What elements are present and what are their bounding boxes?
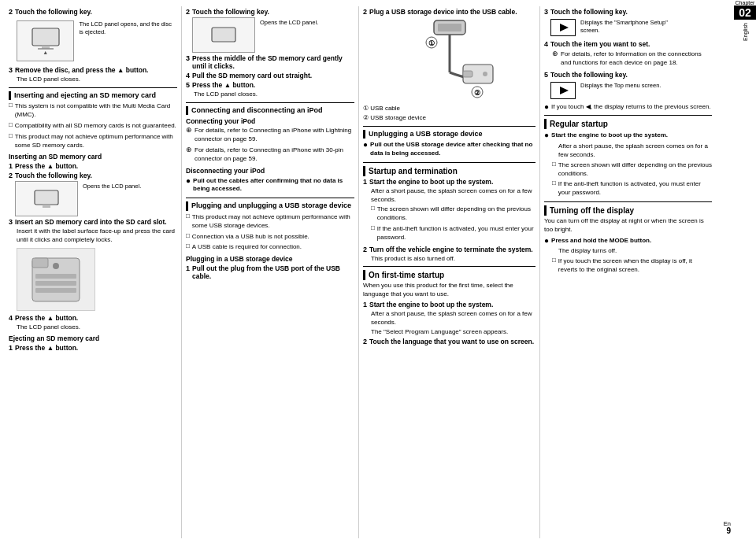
column-3: 2 Plug a USB storage device into the USB…	[359, 6, 540, 538]
col3-step-2: 2 Plug a USB storage device into the USB…	[363, 8, 536, 16]
regular-detail-1: After a short pause, the splash screen c…	[558, 142, 712, 160]
svg-rect-0	[32, 28, 59, 46]
step4-detail: ⊕ For details, refer to Information on t…	[552, 50, 712, 68]
disconn-bullet: ● Pull out the cables after confirming t…	[186, 176, 354, 195]
divider-1	[9, 87, 177, 88]
svg-rect-3	[35, 190, 58, 205]
plugging-in-title: Plugging in a USB storage device	[186, 255, 354, 263]
compat-note: □ Compatibility with all SD memory cards…	[9, 121, 177, 131]
divider-4	[363, 126, 536, 127]
step-3-num: 3	[9, 66, 13, 74]
page-language: En	[724, 520, 731, 527]
chapter-label: Chapter	[736, 0, 755, 6]
col4-step-5: 5 Touch the following key.	[544, 71, 712, 79]
lcd-close-1: The LCD panel closes.	[17, 76, 177, 84]
divider-3	[186, 198, 354, 198]
start-step-1: 1 Start the engine to boot up the system…	[363, 178, 536, 186]
first-detail-2: The "Select Program Language" screen app…	[371, 328, 536, 337]
turnoff-detail-2: The display turns off.	[558, 247, 712, 256]
arrow-button-2[interactable]	[550, 82, 576, 99]
regular-startup-title: Regular startup	[544, 119, 712, 129]
chapter-number: 02	[734, 6, 756, 20]
eject-step-1: 1 Press the ▲ button.	[9, 344, 177, 352]
turnoff-bullet: ● Press and hold the MODE button.	[544, 236, 712, 246]
first-step-2: 2 Touch the language that you want to us…	[363, 338, 536, 345]
step-3-text: Remove the disc, and press the ▲ button.	[15, 66, 148, 74]
page-number: 9	[726, 526, 731, 535]
svg-rect-6	[32, 258, 48, 268]
section-ipod: Connecting and disconnecting an iPod	[186, 106, 354, 116]
start-detail-2: This product is also turned off.	[371, 255, 536, 264]
svg-rect-4	[43, 205, 50, 208]
usb-label-1: ① USB cable	[363, 105, 536, 113]
divider-6	[363, 266, 536, 267]
language-label: English	[743, 23, 748, 41]
plug-note-3: □ A USB cable is required for connection…	[186, 242, 354, 253]
column-1: 2 Touch the following key. ▲ The LCD pan…	[5, 6, 182, 538]
first-startup-detail: When you use this product for the first …	[363, 282, 536, 299]
insert-sd-title: Inserting an SD memory card	[9, 153, 177, 161]
eject-sd-title: Ejecting an SD memory card	[9, 334, 177, 342]
svg-marker-23	[560, 87, 569, 94]
svg-text:①: ①	[428, 39, 435, 47]
svg-marker-22	[560, 24, 569, 31]
step-2-text: Touch the following key.	[15, 8, 92, 16]
insert-step-1: 1 Press the ▲ button.	[9, 162, 177, 170]
first-detail-1: After a short pause, the splash screen c…	[371, 310, 536, 327]
step-3-heading: 3 Remove the disc, and press the ▲ butto…	[9, 66, 177, 74]
col2-lcd-close: The LCD panel closes.	[194, 90, 354, 99]
sdcard-illustration	[17, 248, 95, 311]
section-plug-unplug: Plugging and unplugging a USB storage de…	[186, 201, 354, 211]
connecting-ipod-title: Connecting your iPod	[186, 117, 354, 125]
regular-note-1: □ The screen shown will differ depending…	[552, 161, 712, 179]
divider-2	[186, 102, 354, 103]
start-step-2: 2 Turn off the vehicle engine to termina…	[363, 246, 536, 253]
disconnecting-ipod-title: Disconnecting your iPod	[186, 167, 354, 175]
svg-rect-8	[35, 281, 76, 286]
step-2-heading: 2 Touch the following key.	[9, 8, 177, 16]
svg-text:②: ②	[474, 89, 480, 97]
arrow-button-1[interactable]	[550, 19, 576, 36]
svg-rect-9	[35, 288, 76, 293]
divider-5	[363, 162, 536, 163]
col2-step-3: 3 Press the middle of the SD memory card…	[186, 54, 354, 70]
section-insert-eject: Inserting and ejecting an SD memory card	[9, 91, 177, 101]
top-caption: Displays the Top menu screen.	[580, 82, 661, 90]
plug-step-1: 1 Pull out the plug from the USB port of…	[186, 264, 354, 280]
lcd-panel-icon-3	[192, 17, 255, 53]
chapter-badge: Chapter 02 English	[734, 0, 756, 41]
insert-step-4: 4 Press the ▲ button.	[9, 314, 177, 322]
unplug-bullet: ● Pull out the USB storage device after …	[363, 140, 536, 159]
conn-detail-2: ⊕ For details, refer to Connecting an iP…	[186, 146, 354, 164]
divider-7	[544, 115, 712, 116]
conn-detail-1: ⊕ For details, refer to Connecting an iP…	[186, 126, 354, 145]
lcd-caption-3: Opens the LCD panel.	[260, 19, 318, 27]
turnoff-note: □ If you touch the screen when the displ…	[552, 257, 712, 275]
svg-rect-7	[35, 274, 76, 279]
col2-step-2: 2 Touch the following key.	[186, 8, 354, 16]
lcd-caption-2: Opens the LCD panel.	[83, 183, 141, 190]
col2-step-4: 4 Pull the SD memory card out straight.	[186, 72, 354, 79]
col2-step-5: 5 Press the ▲ button.	[186, 81, 354, 89]
svg-rect-11	[212, 28, 235, 42]
startup-title: Startup and termination	[363, 166, 536, 176]
insert-step-2: 2 Touch the following key.	[9, 172, 177, 179]
smartphone-caption: Displays the "Smartphone Setup" screen.	[580, 19, 683, 35]
divider-8	[544, 201, 712, 202]
first-startup-title: On first-time startup	[363, 270, 536, 280]
turnoff-detail: You can turn off the display at night or…	[544, 217, 712, 235]
unplug-title: Unplugging a USB storage device	[363, 130, 536, 139]
lcd-panel-icon-2	[15, 181, 78, 216]
lcd-caption-1: The LCD panel opens, and the disc is eje…	[79, 20, 177, 36]
start-note-1: □ The screen shown will differ depending…	[371, 205, 536, 223]
usb-label-2: ② USB storage device	[363, 114, 536, 123]
first-step-1: 1 Start the engine to boot up the system…	[363, 301, 536, 308]
regular-bullet: ● Start the engine to boot up the system…	[544, 131, 712, 141]
column-2: 2 Touch the following key. Opens the LCD…	[182, 6, 359, 538]
start-note-2: □ If the anti-theft function is activate…	[371, 224, 536, 243]
prev-note: ● If you touch ◀, the display returns to…	[544, 102, 712, 113]
plug-note-1: □ This product may not achieve optimum p…	[186, 212, 354, 231]
svg-rect-14	[438, 24, 461, 31]
col4-step-4: 4 Touch the item you want to set.	[544, 40, 712, 48]
regular-note-2: □ If the anti-theft function is activate…	[552, 179, 712, 198]
